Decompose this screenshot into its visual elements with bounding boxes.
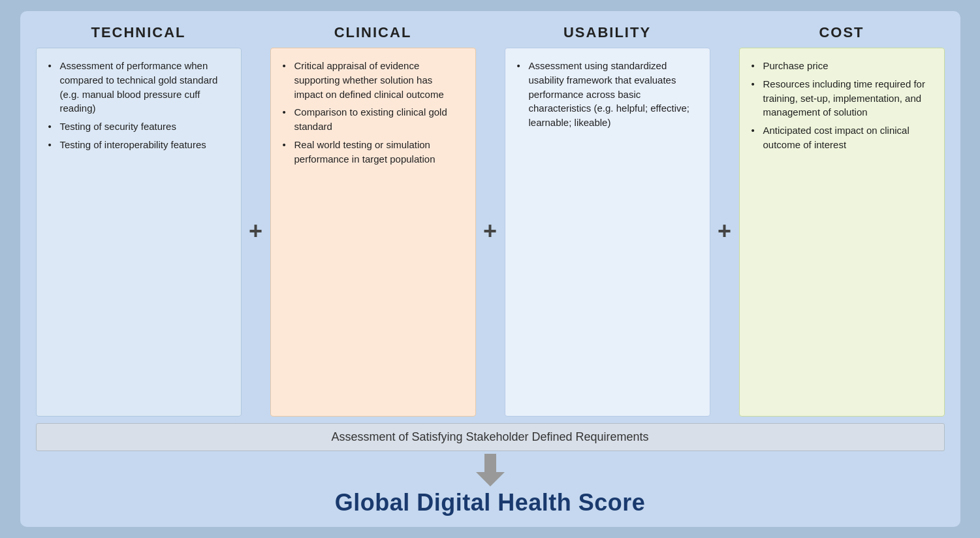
arrow-down xyxy=(476,454,505,486)
plus-icon: + xyxy=(718,219,731,243)
assessment-bar-text: Assessment of Satisfying Stakeholder Def… xyxy=(331,430,648,443)
arrow-head xyxy=(476,472,505,486)
bottom-area: Assessment of Satisfying Stakeholder Def… xyxy=(36,423,945,516)
col-header-usability: USABILITY xyxy=(563,24,651,41)
column-group-clinical: CLINICALCritical appraisal of evidence s… xyxy=(270,24,476,417)
cost-item-0: Purchase price xyxy=(751,59,932,73)
cost-item-1: Resources including time required for tr… xyxy=(751,77,932,119)
cost-item-2: Anticipated cost impact on clinical outc… xyxy=(751,123,932,152)
clinical-item-0: Critical appraisal of evidence supportin… xyxy=(283,59,464,101)
usability-item-0: Assessment using standardized usability … xyxy=(517,59,698,130)
plus-symbol-1: + xyxy=(476,24,505,417)
technical-item-1: Testing of security features xyxy=(48,119,229,134)
global-score: Global Digital Health Score xyxy=(335,489,646,516)
column-group-usability: USABILITYAssessment using standardized u… xyxy=(505,24,710,417)
clinical-item-2: Real world testing or simulation perform… xyxy=(283,138,464,166)
clinical-item-1: Comparison to existing clinical gold sta… xyxy=(283,105,464,134)
column-group-technical: TECHNICALAssessment of performance when … xyxy=(36,24,242,417)
col-box-technical: Assessment of performance when compared … xyxy=(36,48,242,417)
column-group-cost: COSTPurchase priceResources including ti… xyxy=(739,24,945,417)
plus-symbol-2: + xyxy=(710,24,739,417)
col-header-cost: COST xyxy=(819,24,864,41)
assessment-bar: Assessment of Satisfying Stakeholder Def… xyxy=(36,423,945,451)
technical-item-2: Testing of interoperability features xyxy=(48,138,229,152)
plus-icon: + xyxy=(249,219,262,243)
col-box-clinical: Critical appraisal of evidence supportin… xyxy=(270,48,476,417)
col-box-cost: Purchase priceResources including time r… xyxy=(739,48,945,417)
main-frame: TECHNICALAssessment of performance when … xyxy=(20,11,960,527)
plus-symbol-0: + xyxy=(242,24,270,417)
col-header-technical: TECHNICAL xyxy=(91,24,185,41)
columns-area: TECHNICALAssessment of performance when … xyxy=(36,24,945,417)
col-header-clinical: CLINICAL xyxy=(334,24,412,41)
arrow-shaft xyxy=(484,454,496,472)
col-box-usability: Assessment using standardized usability … xyxy=(505,48,710,417)
plus-icon: + xyxy=(483,219,497,243)
technical-item-0: Assessment of performance when compared … xyxy=(48,59,229,116)
